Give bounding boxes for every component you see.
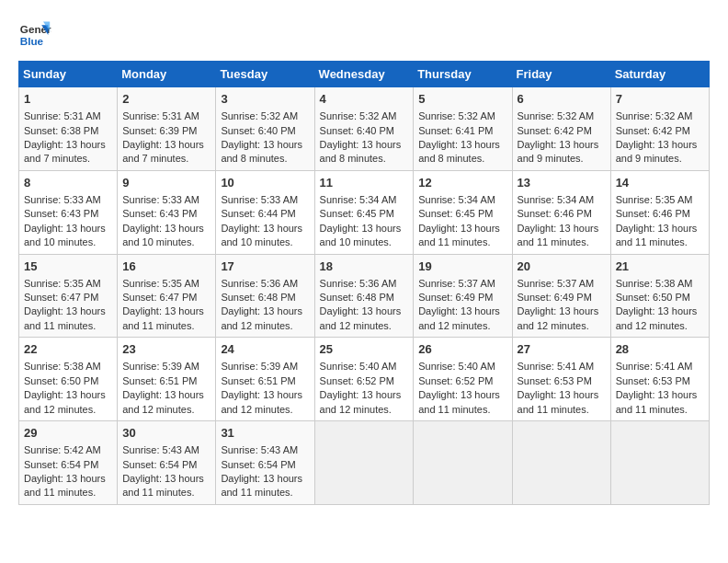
calendar-cell: 4Sunrise: 5:32 AMSunset: 6:40 PMDaylight… — [314, 87, 414, 171]
calendar-cell — [414, 421, 512, 505]
calendar-cell: 24Sunrise: 5:39 AMSunset: 6:51 PMDayligh… — [216, 338, 314, 421]
day-number: 3 — [221, 91, 309, 108]
sunrise: Sunrise: 5:32 AM — [418, 110, 495, 121]
calendar-cell: 12Sunrise: 5:34 AMSunset: 6:45 PMDayligh… — [414, 170, 512, 254]
day-header-monday: Monday — [118, 62, 216, 87]
calendar-week-1: 1Sunrise: 5:31 AMSunset: 6:38 PMDaylight… — [19, 87, 710, 171]
sunrise: Sunrise: 5:36 AM — [221, 278, 298, 289]
calendar-cell: 26Sunrise: 5:40 AMSunset: 6:52 PMDayligh… — [414, 338, 512, 421]
daylight: Daylight: 13 hours and 7 minutes. — [24, 139, 106, 164]
calendar-week-5: 29Sunrise: 5:42 AMSunset: 6:54 PMDayligh… — [19, 421, 710, 505]
daylight: Daylight: 13 hours and 11 minutes. — [122, 305, 204, 330]
daylight: Daylight: 13 hours and 12 minutes. — [320, 389, 402, 414]
sunrise: Sunrise: 5:39 AM — [122, 361, 199, 372]
day-number: 24 — [221, 341, 309, 358]
sunset: Sunset: 6:43 PM — [122, 208, 197, 219]
sunset: Sunset: 6:54 PM — [24, 459, 98, 470]
calendar-cell: 27Sunrise: 5:41 AMSunset: 6:53 PMDayligh… — [512, 338, 610, 421]
day-number: 17 — [221, 259, 309, 275]
sunrise: Sunrise: 5:35 AM — [616, 194, 693, 205]
calendar-cell — [610, 421, 709, 505]
day-header-wednesday: Wednesday — [314, 62, 414, 87]
calendar-cell: 14Sunrise: 5:35 AMSunset: 6:46 PMDayligh… — [610, 170, 709, 254]
sunrise: Sunrise: 5:41 AM — [518, 361, 595, 372]
sunset: Sunset: 6:48 PM — [221, 292, 295, 303]
sunset: Sunset: 6:54 PM — [221, 459, 295, 470]
day-number: 11 — [320, 175, 409, 191]
sunset: Sunset: 6:52 PM — [320, 375, 394, 386]
sunrise: Sunrise: 5:34 AM — [320, 194, 397, 205]
calendar-cell: 16Sunrise: 5:35 AMSunset: 6:47 PMDayligh… — [118, 254, 216, 338]
sunrise: Sunrise: 5:40 AM — [320, 361, 397, 372]
calendar-cell: 6Sunrise: 5:32 AMSunset: 6:42 PMDaylight… — [512, 87, 610, 171]
sunrise: Sunrise: 5:43 AM — [122, 444, 199, 455]
day-number: 31 — [221, 425, 309, 442]
sunrise: Sunrise: 5:33 AM — [221, 194, 298, 205]
calendar-cell: 18Sunrise: 5:36 AMSunset: 6:48 PMDayligh… — [314, 254, 414, 338]
daylight: Daylight: 13 hours and 10 minutes. — [320, 223, 402, 247]
day-header-thursday: Thursday — [414, 62, 512, 87]
sunrise: Sunrise: 5:34 AM — [518, 194, 595, 205]
day-number: 18 — [320, 259, 409, 275]
calendar-cell: 7Sunrise: 5:32 AMSunset: 6:42 PMDaylight… — [610, 87, 709, 171]
day-number: 10 — [221, 175, 309, 191]
daylight: Daylight: 13 hours and 11 minutes. — [616, 223, 698, 247]
sunrise: Sunrise: 5:37 AM — [418, 278, 495, 289]
page-header: General Blue — [18, 18, 710, 52]
logo: General Blue — [18, 18, 51, 52]
sunset: Sunset: 6:41 PM — [418, 125, 493, 136]
day-number: 7 — [616, 91, 704, 108]
sunrise: Sunrise: 5:40 AM — [418, 361, 495, 372]
sunrise: Sunrise: 5:32 AM — [320, 110, 397, 121]
day-number: 12 — [418, 175, 506, 191]
calendar-cell: 29Sunrise: 5:42 AMSunset: 6:54 PMDayligh… — [19, 421, 118, 505]
daylight: Daylight: 13 hours and 9 minutes. — [518, 139, 599, 164]
calendar-cell: 5Sunrise: 5:32 AMSunset: 6:41 PMDaylight… — [414, 87, 512, 171]
daylight: Daylight: 13 hours and 12 minutes. — [122, 389, 204, 414]
sunset: Sunset: 6:42 PM — [518, 125, 592, 136]
calendar-cell: 2Sunrise: 5:31 AMSunset: 6:39 PMDaylight… — [118, 87, 216, 171]
calendar-week-3: 15Sunrise: 5:35 AMSunset: 6:47 PMDayligh… — [19, 254, 710, 338]
sunset: Sunset: 6:53 PM — [616, 375, 690, 386]
calendar-cell — [512, 421, 610, 505]
sunset: Sunset: 6:45 PM — [418, 208, 493, 219]
daylight: Daylight: 13 hours and 12 minutes. — [616, 305, 698, 330]
sunset: Sunset: 6:44 PM — [221, 208, 295, 219]
day-number: 21 — [616, 259, 704, 275]
sunrise: Sunrise: 5:32 AM — [518, 110, 595, 121]
daylight: Daylight: 13 hours and 11 minutes. — [518, 223, 599, 247]
day-number: 23 — [122, 341, 210, 358]
daylight: Daylight: 13 hours and 11 minutes. — [418, 223, 500, 247]
sunset: Sunset: 6:47 PM — [122, 292, 197, 303]
calendar-header-row: SundayMondayTuesdayWednesdayThursdayFrid… — [19, 62, 710, 87]
day-number: 28 — [616, 341, 704, 358]
day-number: 15 — [24, 259, 112, 275]
calendar-cell: 22Sunrise: 5:38 AMSunset: 6:50 PMDayligh… — [19, 338, 118, 421]
calendar-cell: 15Sunrise: 5:35 AMSunset: 6:47 PMDayligh… — [19, 254, 118, 338]
calendar-cell: 30Sunrise: 5:43 AMSunset: 6:54 PMDayligh… — [118, 421, 216, 505]
daylight: Daylight: 13 hours and 9 minutes. — [616, 139, 698, 164]
day-number: 8 — [24, 175, 112, 191]
day-number: 13 — [518, 175, 606, 191]
daylight: Daylight: 13 hours and 11 minutes. — [616, 389, 698, 414]
daylight: Daylight: 13 hours and 12 minutes. — [320, 305, 402, 330]
sunrise: Sunrise: 5:35 AM — [122, 278, 199, 289]
sunset: Sunset: 6:39 PM — [122, 125, 197, 136]
sunrise: Sunrise: 5:32 AM — [221, 110, 298, 121]
daylight: Daylight: 13 hours and 7 minutes. — [122, 139, 204, 164]
calendar-cell: 13Sunrise: 5:34 AMSunset: 6:46 PMDayligh… — [512, 170, 610, 254]
sunset: Sunset: 6:40 PM — [221, 125, 295, 136]
sunrise: Sunrise: 5:32 AM — [616, 110, 693, 121]
sunset: Sunset: 6:38 PM — [24, 125, 98, 136]
day-number: 14 — [616, 175, 704, 191]
sunrise: Sunrise: 5:38 AM — [616, 278, 693, 289]
day-number: 19 — [418, 259, 506, 275]
sunrise: Sunrise: 5:43 AM — [221, 444, 298, 455]
calendar-cell: 25Sunrise: 5:40 AMSunset: 6:52 PMDayligh… — [314, 338, 414, 421]
daylight: Daylight: 13 hours and 10 minutes. — [122, 223, 204, 247]
day-header-sunday: Sunday — [19, 62, 118, 87]
daylight: Daylight: 13 hours and 11 minutes. — [418, 389, 500, 414]
day-number: 9 — [122, 175, 210, 191]
sunset: Sunset: 6:52 PM — [418, 375, 493, 386]
sunrise: Sunrise: 5:31 AM — [24, 110, 101, 121]
